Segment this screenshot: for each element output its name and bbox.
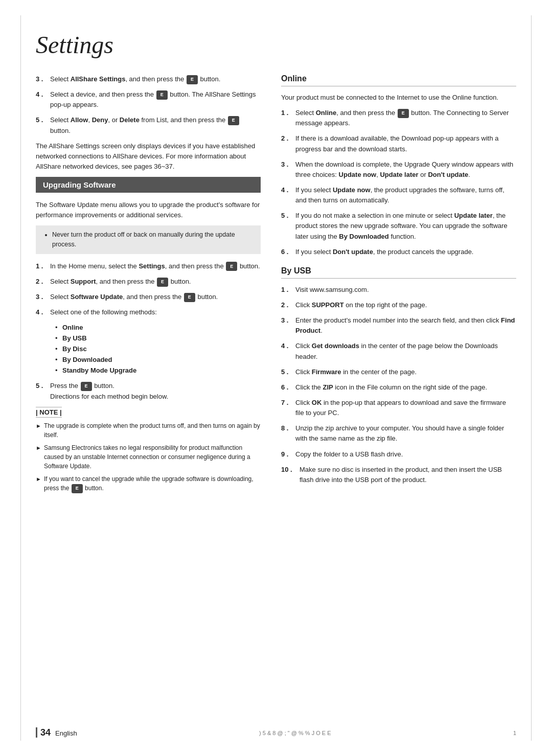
method-byusb: By USB xyxy=(55,333,261,344)
upgrade-step-5: 5 . Press the E button. Directions for e… xyxy=(36,381,261,401)
step-num: 4 . xyxy=(281,185,295,205)
left-column: 3 . Select AllShare Settings, and then p… xyxy=(36,74,261,500)
method-bydownloaded: By Downloaded xyxy=(55,355,261,365)
step-num: 4 . xyxy=(36,307,50,317)
step-content: Copy the folder to a USB flash drive. xyxy=(295,449,516,460)
button-icon: E xyxy=(156,90,168,100)
online-heading: Online xyxy=(281,74,516,86)
step-content: Enter the product's model number into th… xyxy=(295,315,516,336)
step-num: 5 . xyxy=(281,367,295,377)
page-number: 34 English xyxy=(36,727,77,738)
method-bydisc: By Disc xyxy=(55,344,261,355)
page: Settings 3 . Select AllShare Settings, a… xyxy=(0,0,552,756)
step-num: 6 . xyxy=(281,382,295,393)
online-step-2: 2 . If there is a download available, th… xyxy=(281,133,516,154)
online-step-5: 5 . If you do not make a selection in on… xyxy=(281,211,516,241)
step-num: 8 . xyxy=(281,423,295,444)
step-num: 3 . xyxy=(281,315,295,336)
step-content: Visit www.samsung.com. xyxy=(295,285,516,295)
step-num: 3 . xyxy=(36,74,50,84)
method-online: Online xyxy=(55,323,261,333)
step-content: If there is a download available, the Do… xyxy=(295,133,516,154)
step-content: Select Allow, Deny, or Delete from List,… xyxy=(50,115,261,135)
online-step-3: 3 . When the download is complete, the U… xyxy=(281,159,516,180)
warning-box: Never turn the product off or back on ma… xyxy=(36,225,261,254)
button-icon: E xyxy=(184,293,195,302)
step-content: Select a device, and then press the E bu… xyxy=(50,89,261,110)
footer: 34 English ) 5 & 8 @ ; " @ % % J O E E 1 xyxy=(36,727,516,738)
method-standby: Standby Mode Upgrade xyxy=(55,365,261,376)
arrow-icon: ► xyxy=(36,421,44,440)
step-content: Click SUPPORT on the top right of the pa… xyxy=(295,300,516,310)
button-icon: E xyxy=(157,278,168,287)
step-content: Select one of the following methods: xyxy=(50,307,261,317)
step-num: 2 . xyxy=(281,133,295,154)
arrow-icon: ► xyxy=(36,474,44,493)
button-icon: E xyxy=(81,382,92,391)
button-icon: E xyxy=(226,262,237,271)
usb-step-2: 2 . Click SUPPORT on the top right of th… xyxy=(281,300,516,310)
note-text: Samsung Electronics takes no legal respo… xyxy=(44,443,261,471)
usb-step-6: 6 . Click the ZIP icon in the File colum… xyxy=(281,382,516,393)
step-num: 1 . xyxy=(281,108,295,128)
usb-step-3: 3 . Enter the product's model number int… xyxy=(281,315,516,336)
upgrade-step-2: 2 . Select Support, and then press the E… xyxy=(36,277,261,287)
note-item-3: ► If you want to cancel the upgrade whil… xyxy=(36,474,261,493)
border-right xyxy=(531,15,532,741)
step-5: 5 . Select Allow, Deny, or Delete from L… xyxy=(36,115,261,135)
step-content: Press the E button. Directions for each … xyxy=(50,381,261,401)
button-icon: E xyxy=(228,116,239,125)
step-4: 4 . Select a device, and then press the … xyxy=(36,89,261,110)
usb-step-10: 10 . Make sure no disc is inserted in th… xyxy=(281,465,516,485)
step-num: 2 . xyxy=(281,300,295,310)
step-content: Make sure no disc is inserted in the pro… xyxy=(300,465,516,485)
button-icon: E xyxy=(187,75,198,84)
step-3: 3 . Select AllShare Settings, and then p… xyxy=(36,74,261,84)
note-text: The upgrade is complete when the product… xyxy=(44,421,261,440)
border-left xyxy=(20,15,21,741)
arrow-icon: ► xyxy=(36,443,44,471)
page-number-value: 34 xyxy=(40,727,51,738)
upgrading-software-heading: Upgrading Software xyxy=(36,177,261,193)
step-num: 3 . xyxy=(36,292,50,302)
usb-step-8: 8 . Unzip the zip archive to your comput… xyxy=(281,423,516,444)
warning-text: Never turn the product off or back on ma… xyxy=(52,230,254,249)
step-content: Unzip the zip archive to your computer. … xyxy=(295,423,516,444)
online-step-1: 1 . Select Online, and then press the E … xyxy=(281,108,516,128)
footer-text-right: 1 xyxy=(513,730,516,736)
upgrade-step-3: 3 . Select Software Update, and then pre… xyxy=(36,292,261,302)
footer-text-left: ) 5 & 8 @ ; " @ % % J O E E xyxy=(259,730,331,736)
step-num: 3 . xyxy=(281,159,295,180)
step-num: 2 . xyxy=(36,277,50,287)
note-label: | NOTE | xyxy=(36,407,62,418)
step-num: 4 . xyxy=(36,89,50,110)
methods-list: Online By USB By Disc By Downloaded Stan… xyxy=(50,323,261,376)
page-title: Settings xyxy=(36,31,516,59)
step-content: Click Get downloads in the center of the… xyxy=(295,341,516,361)
allshare-para: The AllShare Settings screen only displa… xyxy=(36,141,261,172)
step-num: 10 . xyxy=(281,465,300,485)
step-content: Select Support, and then press the E but… xyxy=(50,277,261,287)
step-content: If you do not make a selection in one mi… xyxy=(295,211,516,241)
step-content: Select AllShare Settings, and then press… xyxy=(50,74,261,84)
step-content: Select Online, and then press the E butt… xyxy=(295,108,516,128)
step-content: If you select Don't update, the product … xyxy=(295,247,516,257)
button-icon: E xyxy=(72,484,83,493)
step-content: Click the ZIP icon in the File column on… xyxy=(295,382,516,393)
step-content: When the download is complete, the Upgra… xyxy=(295,159,516,180)
step-num: 6 . xyxy=(281,247,295,257)
upgrade-step-1: 1 . In the Home menu, select the Setting… xyxy=(36,261,261,271)
usb-step-9: 9 . Copy the folder to a USB flash drive… xyxy=(281,449,516,460)
step-num: 1 . xyxy=(36,261,50,271)
note-item-2: ► Samsung Electronics takes no legal res… xyxy=(36,443,261,471)
byusb-heading: By USB xyxy=(281,266,516,279)
step-num: 5 . xyxy=(36,115,50,135)
page-num-bar: 34 English xyxy=(36,727,77,738)
note-item-1: ► The upgrade is complete when the produ… xyxy=(36,421,261,440)
note-block: | NOTE | ► The upgrade is complete when … xyxy=(36,407,261,493)
step-content: If you select Update now, the product up… xyxy=(295,185,516,205)
step-content: Select Software Update, and then press t… xyxy=(50,292,261,302)
button-icon: E xyxy=(398,109,409,118)
online-step-4: 4 . If you select Update now, the produc… xyxy=(281,185,516,205)
step-num: 9 . xyxy=(281,449,295,460)
